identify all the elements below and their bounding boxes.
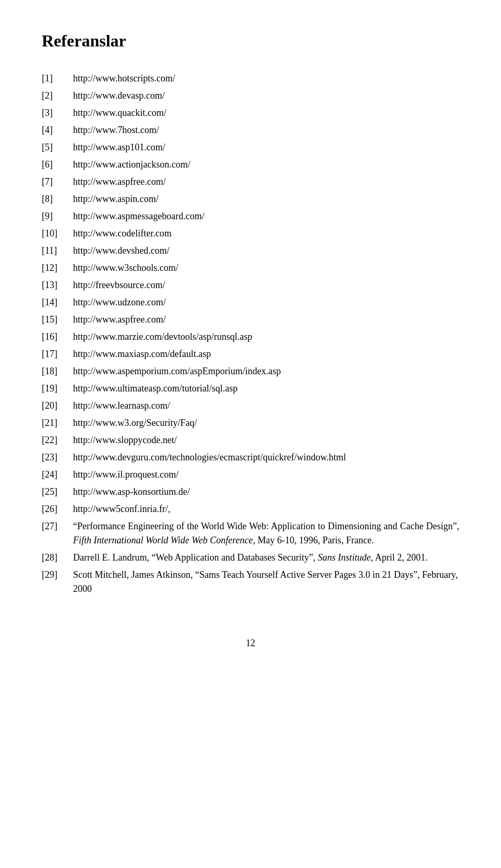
ref-content: http://www.learnasp.com/: [73, 399, 459, 413]
ref-content: http://www.sloppycode.net/: [73, 433, 459, 447]
list-item: [4] http://www.7host.com/: [42, 123, 459, 137]
ref-number: [13]: [42, 278, 73, 292]
ref-number: [21]: [42, 416, 73, 430]
ref-content: http://www.aspin.com/: [73, 192, 459, 206]
ref-content: http://www.w3schools.com/: [73, 261, 459, 275]
ref-number: [28]: [42, 551, 73, 565]
ref-content: http://www.il.proquest.com/: [73, 468, 459, 482]
ref-content: http://www.7host.com/: [73, 123, 459, 137]
ref-number: [9]: [42, 209, 73, 223]
list-item: [2] http://www.devasp.com/: [42, 89, 459, 103]
ref-number: [3]: [42, 106, 73, 120]
list-item: [3] http://www.quackit.com/: [42, 106, 459, 120]
list-item: [21] http://www.w3.org/Security/Faq/: [42, 416, 459, 430]
ref-content: http://www.w3.org/Security/Faq/: [73, 416, 459, 430]
ref-number: [19]: [42, 382, 73, 396]
list-item: [25] http://www.asp-konsortium.de/: [42, 485, 459, 499]
list-item: [10] http://www.codelifter.com: [42, 227, 459, 241]
ref-content: Scott Mitchell, James Atkinson, “Sams Te…: [73, 568, 459, 596]
ref-number: [12]: [42, 261, 73, 275]
ref-content: Darrell E. Landrum, “Web Application and…: [73, 551, 427, 565]
list-item: [18] http://www.aspemporium.com/aspEmpor…: [42, 364, 459, 378]
page-number: 12: [42, 638, 459, 649]
list-item: [19] http://www.ultimateasp.com/tutorial…: [42, 382, 459, 396]
ref-content: http://freevbsource.com/: [73, 278, 459, 292]
ref-number: [24]: [42, 468, 73, 482]
ref-content: http://www.codelifter.com: [73, 227, 459, 241]
ref-number: [1]: [42, 72, 73, 86]
list-item: [26] http://www5conf.inria.fr/,: [42, 502, 459, 516]
ref-content: http://www.devguru.com/technologies/ecma…: [73, 450, 459, 465]
ref-content: http://www.udzone.com/: [73, 295, 459, 310]
ref-content: http://www.devasp.com/: [73, 89, 459, 103]
list-item: [23] http://www.devguru.com/technologies…: [42, 450, 459, 465]
list-item: [5] http://www.asp101.com/: [42, 140, 459, 154]
ref-number: [4]: [42, 123, 73, 137]
references-list: [1] http://www.hotscripts.com/ [2] http:…: [42, 72, 459, 516]
ref-number: [11]: [42, 244, 73, 258]
ref-content: http://www.aspfree.com/: [73, 313, 459, 327]
ref-content: http://www.maxiasp.com/default.asp: [73, 347, 459, 361]
ref-number: [5]: [42, 140, 73, 154]
ref-number: [2]: [42, 89, 73, 103]
ref-27: [27] “Performance Engineering of the Wor…: [42, 519, 459, 548]
ref-number: [8]: [42, 192, 73, 206]
list-item: [6] http://www.actionjackson.com/: [42, 158, 459, 172]
list-item: [22] http://www.sloppycode.net/: [42, 433, 459, 447]
ref-number: [18]: [42, 364, 73, 378]
ref-content: http://www.asp-konsortium.de/: [73, 485, 459, 499]
ref-number: [26]: [42, 502, 73, 516]
list-item: [16] http://www.marzie.com/devtools/asp/…: [42, 330, 459, 344]
list-item: [9] http://www.aspmessageboard.com/: [42, 209, 459, 223]
ref-number: [14]: [42, 295, 73, 310]
ref-29: [29] Scott Mitchell, James Atkinson, “Sa…: [42, 568, 459, 596]
ref-content: http://www.ultimateasp.com/tutorial/sql.…: [73, 382, 459, 396]
ref-italic: Sans Institude: [318, 552, 371, 563]
ref-number: [16]: [42, 330, 73, 344]
list-item: [17] http://www.maxiasp.com/default.asp: [42, 347, 459, 361]
ref-content: http://www.devshed.com/: [73, 244, 459, 258]
ref-number: [25]: [42, 485, 73, 499]
ref-28: [28] Darrell E. Landrum, “Web Applicatio…: [42, 551, 459, 565]
list-item: [24] http://www.il.proquest.com/: [42, 468, 459, 482]
list-item: [15] http://www.aspfree.com/: [42, 313, 459, 327]
list-item: [13] http://freevbsource.com/: [42, 278, 459, 292]
list-item: [14] http://www.udzone.com/: [42, 295, 459, 310]
ref-content: http://www.actionjackson.com/: [73, 158, 459, 172]
ref-content: http://www.aspfree.com/: [73, 175, 459, 189]
ref-content: http://www.aspemporium.com/aspEmporium/i…: [73, 364, 459, 378]
ref-content: http://www5conf.inria.fr/,: [73, 502, 459, 516]
ref-number: [20]: [42, 399, 73, 413]
ref-number: [29]: [42, 568, 73, 596]
ref-number: [7]: [42, 175, 73, 189]
ref-content: http://www.quackit.com/: [73, 106, 459, 120]
ref-content: http://www.marzie.com/devtools/asp/runsq…: [73, 330, 459, 344]
list-item: [20] http://www.learnasp.com/: [42, 399, 459, 413]
ref-content: http://www.asp101.com/: [73, 140, 459, 154]
ref-content: http://www.aspmessageboard.com/: [73, 209, 459, 223]
list-item: [1] http://www.hotscripts.com/: [42, 72, 459, 86]
page-title: Referanslar: [42, 31, 459, 51]
list-item: [11] http://www.devshed.com/: [42, 244, 459, 258]
list-item: [7] http://www.aspfree.com/: [42, 175, 459, 189]
ref-number: [17]: [42, 347, 73, 361]
ref-number: [15]: [42, 313, 73, 327]
ref-content: http://www.hotscripts.com/: [73, 72, 459, 86]
ref-italic: Fifth International World Wide Web Confe…: [73, 535, 253, 545]
ref-number: [27]: [42, 519, 73, 548]
list-item: [12] http://www.w3schools.com/: [42, 261, 459, 275]
ref-number: [10]: [42, 227, 73, 241]
list-item: [8] http://www.aspin.com/: [42, 192, 459, 206]
ref-content: “Performance Engineering of the World Wi…: [73, 519, 459, 548]
ref-number: [22]: [42, 433, 73, 447]
ref-number: [23]: [42, 450, 73, 465]
ref-number: [6]: [42, 158, 73, 172]
